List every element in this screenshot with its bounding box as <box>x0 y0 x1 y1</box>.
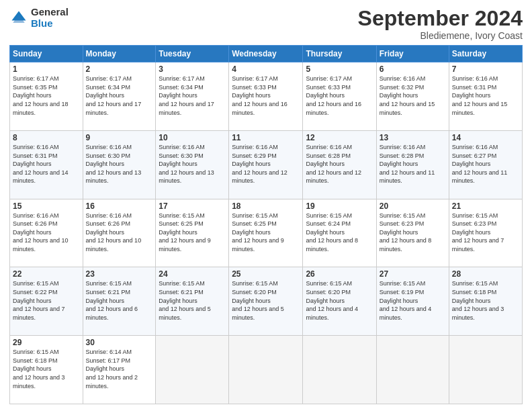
day-number: 4 <box>232 64 300 74</box>
calendar-week-4: 22 Sunrise: 6:15 AM Sunset: 6:22 PM Dayl… <box>10 267 523 336</box>
day-info: Sunrise: 6:15 AM Sunset: 6:21 PM Dayligh… <box>86 279 153 322</box>
calendar-cell: 11 Sunrise: 6:16 AM Sunset: 6:29 PM Dayl… <box>229 130 303 199</box>
day-header-monday: Monday <box>83 46 156 62</box>
day-info: Sunrise: 6:16 AM Sunset: 6:30 PM Dayligh… <box>159 143 226 185</box>
day-info: Sunrise: 6:16 AM Sunset: 6:31 PM Dayligh… <box>452 75 519 117</box>
day-number: 16 <box>86 201 153 211</box>
day-number: 20 <box>380 201 446 211</box>
calendar-cell: 4 Sunrise: 6:17 AM Sunset: 6:33 PM Dayli… <box>229 62 303 131</box>
day-number: 11 <box>232 133 300 142</box>
day-number: 28 <box>452 269 519 279</box>
calendar-cell: 10 Sunrise: 6:16 AM Sunset: 6:30 PM Dayl… <box>156 130 229 199</box>
calendar-cell: 23 Sunrise: 6:15 AM Sunset: 6:21 PM Dayl… <box>83 267 156 336</box>
calendar-cell: 26 Sunrise: 6:15 AM Sunset: 6:20 PM Dayl… <box>303 267 376 336</box>
header: General Blue September 2024 Blediemene, … <box>9 7 523 41</box>
day-number: 9 <box>86 133 153 142</box>
title-block: September 2024 Blediemene, Ivory Coast <box>358 7 523 41</box>
day-info: Sunrise: 6:15 AM Sunset: 6:18 PM Dayligh… <box>452 279 519 322</box>
day-info: Sunrise: 6:15 AM Sunset: 6:21 PM Dayligh… <box>159 279 226 322</box>
day-info: Sunrise: 6:15 AM Sunset: 6:18 PM Dayligh… <box>13 348 80 390</box>
day-number: 19 <box>306 201 373 211</box>
day-info: Sunrise: 6:15 AM Sunset: 6:20 PM Dayligh… <box>306 279 373 322</box>
day-number: 6 <box>380 64 446 74</box>
calendar-cell: 19 Sunrise: 6:15 AM Sunset: 6:24 PM Dayl… <box>303 199 376 267</box>
day-number: 30 <box>86 338 153 347</box>
day-info: Sunrise: 6:17 AM Sunset: 6:35 PM Dayligh… <box>13 75 80 117</box>
day-info: Sunrise: 6:16 AM Sunset: 6:26 PM Dayligh… <box>86 212 153 254</box>
day-number: 5 <box>306 64 373 74</box>
day-info: Sunrise: 6:15 AM Sunset: 6:19 PM Dayligh… <box>380 279 446 322</box>
logo: General Blue <box>9 7 69 29</box>
day-header-friday: Friday <box>376 46 449 62</box>
calendar-cell: 17 Sunrise: 6:15 AM Sunset: 6:25 PM Dayl… <box>156 199 229 267</box>
calendar-week-2: 8 Sunrise: 6:16 AM Sunset: 6:31 PM Dayli… <box>10 130 523 199</box>
day-number: 23 <box>86 269 153 279</box>
calendar-cell: 28 Sunrise: 6:15 AM Sunset: 6:18 PM Dayl… <box>449 267 522 336</box>
day-header-sunday: Sunday <box>10 46 83 62</box>
day-header-tuesday: Tuesday <box>156 46 229 62</box>
calendar-cell: 2 Sunrise: 6:17 AM Sunset: 6:34 PM Dayli… <box>83 62 156 131</box>
calendar-body: 1 Sunrise: 6:17 AM Sunset: 6:35 PM Dayli… <box>10 62 523 404</box>
month-title: September 2024 <box>358 7 523 30</box>
day-info: Sunrise: 6:14 AM Sunset: 6:17 PM Dayligh… <box>86 348 153 390</box>
calendar-cell: 18 Sunrise: 6:15 AM Sunset: 6:25 PM Dayl… <box>229 199 303 267</box>
day-number: 26 <box>306 269 373 279</box>
day-info: Sunrise: 6:16 AM Sunset: 6:30 PM Dayligh… <box>86 143 153 185</box>
day-number: 13 <box>380 133 446 142</box>
calendar-cell: 5 Sunrise: 6:17 AM Sunset: 6:33 PM Dayli… <box>303 62 376 131</box>
calendar-cell: 25 Sunrise: 6:15 AM Sunset: 6:20 PM Dayl… <box>229 267 303 336</box>
calendar-cell: 6 Sunrise: 6:16 AM Sunset: 6:32 PM Dayli… <box>376 62 449 131</box>
day-number: 17 <box>159 201 226 211</box>
day-info: Sunrise: 6:16 AM Sunset: 6:27 PM Dayligh… <box>452 143 519 185</box>
location-subtitle: Blediemene, Ivory Coast <box>358 30 523 41</box>
calendar-week-5: 29 Sunrise: 6:15 AM Sunset: 6:18 PM Dayl… <box>10 336 523 404</box>
day-number: 22 <box>13 269 80 279</box>
calendar-cell: 30 Sunrise: 6:14 AM Sunset: 6:17 PM Dayl… <box>83 336 156 404</box>
day-info: Sunrise: 6:16 AM Sunset: 6:31 PM Dayligh… <box>13 143 80 185</box>
day-number: 15 <box>13 201 80 211</box>
calendar-cell: 29 Sunrise: 6:15 AM Sunset: 6:18 PM Dayl… <box>10 336 83 404</box>
day-number: 24 <box>159 269 226 279</box>
calendar-cell: 21 Sunrise: 6:15 AM Sunset: 6:23 PM Dayl… <box>449 199 522 267</box>
calendar-week-1: 1 Sunrise: 6:17 AM Sunset: 6:35 PM Dayli… <box>10 62 523 131</box>
day-info: Sunrise: 6:15 AM Sunset: 6:20 PM Dayligh… <box>232 279 300 322</box>
calendar-cell <box>156 336 229 404</box>
logo-general: General <box>31 7 69 18</box>
calendar-cell: 27 Sunrise: 6:15 AM Sunset: 6:19 PM Dayl… <box>376 267 449 336</box>
calendar-cell <box>229 336 303 404</box>
day-info: Sunrise: 6:15 AM Sunset: 6:23 PM Dayligh… <box>380 212 446 254</box>
calendar-cell: 1 Sunrise: 6:17 AM Sunset: 6:35 PM Dayli… <box>10 62 83 131</box>
calendar-cell: 20 Sunrise: 6:15 AM Sunset: 6:23 PM Dayl… <box>376 199 449 267</box>
calendar-cell <box>303 336 376 404</box>
day-info: Sunrise: 6:16 AM Sunset: 6:26 PM Dayligh… <box>13 212 80 254</box>
calendar-cell: 14 Sunrise: 6:16 AM Sunset: 6:27 PM Dayl… <box>449 130 522 199</box>
day-info: Sunrise: 6:17 AM Sunset: 6:34 PM Dayligh… <box>86 75 153 117</box>
calendar-cell: 3 Sunrise: 6:17 AM Sunset: 6:34 PM Dayli… <box>156 62 229 131</box>
day-number: 14 <box>452 133 519 142</box>
day-info: Sunrise: 6:15 AM Sunset: 6:25 PM Dayligh… <box>232 212 300 254</box>
day-number: 10 <box>159 133 226 142</box>
calendar-cell <box>376 336 449 404</box>
calendar-cell: 24 Sunrise: 6:15 AM Sunset: 6:21 PM Dayl… <box>156 267 229 336</box>
day-number: 25 <box>232 269 300 279</box>
day-header-thursday: Thursday <box>303 46 376 62</box>
day-info: Sunrise: 6:16 AM Sunset: 6:29 PM Dayligh… <box>232 143 300 185</box>
day-number: 29 <box>13 338 80 347</box>
day-info: Sunrise: 6:16 AM Sunset: 6:28 PM Dayligh… <box>306 143 373 185</box>
day-number: 27 <box>380 269 446 279</box>
calendar-cell: 22 Sunrise: 6:15 AM Sunset: 6:22 PM Dayl… <box>10 267 83 336</box>
day-number: 3 <box>159 64 226 74</box>
day-number: 18 <box>232 201 300 211</box>
day-number: 2 <box>86 64 153 74</box>
logo-icon <box>9 9 28 28</box>
day-info: Sunrise: 6:15 AM Sunset: 6:23 PM Dayligh… <box>452 212 519 254</box>
logo-blue: Blue <box>31 18 69 30</box>
day-number: 8 <box>13 133 80 142</box>
day-info: Sunrise: 6:16 AM Sunset: 6:32 PM Dayligh… <box>380 75 446 117</box>
logo-text: General Blue <box>31 7 69 29</box>
day-number: 21 <box>452 201 519 211</box>
day-info: Sunrise: 6:15 AM Sunset: 6:24 PM Dayligh… <box>306 212 373 254</box>
calendar-header-row: SundayMondayTuesdayWednesdayThursdayFrid… <box>10 46 523 62</box>
calendar-cell: 12 Sunrise: 6:16 AM Sunset: 6:28 PM Dayl… <box>303 130 376 199</box>
calendar-cell: 13 Sunrise: 6:16 AM Sunset: 6:28 PM Dayl… <box>376 130 449 199</box>
